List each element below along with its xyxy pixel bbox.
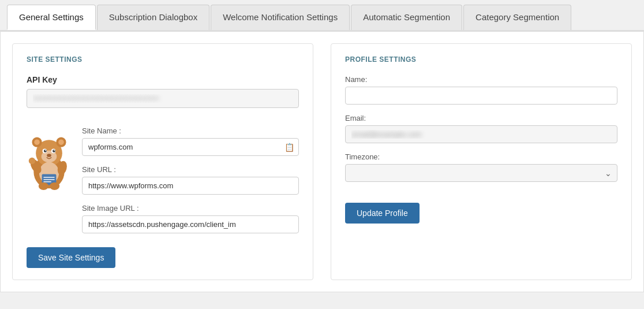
svg-point-3 <box>34 139 40 145</box>
main-content: SITE SETTINGS API Key <box>0 31 644 292</box>
svg-point-23 <box>50 183 59 190</box>
site-image-group: Site Image URL : <box>82 204 299 233</box>
site-name-input-wrapper: 📋 <box>82 138 299 156</box>
email-group: Email: <box>345 114 617 143</box>
svg-point-11 <box>45 150 46 151</box>
site-url-label: Site URL : <box>82 165 299 174</box>
svg-point-13 <box>47 154 51 157</box>
name-group: Name: <box>345 75 617 105</box>
timezone-label: Timezone: <box>345 152 617 161</box>
site-url-group: Site URL : <box>82 165 299 195</box>
tab-bar: General Settings Subscription Dialogbox … <box>0 0 644 31</box>
tab-general-settings[interactable]: General Settings <box>7 5 96 30</box>
tab-automatic-segmention[interactable]: Automatic Segmention <box>351 5 462 30</box>
copy-icon: 📋 <box>284 143 294 152</box>
site-url-input[interactable] <box>82 177 299 195</box>
site-image-input[interactable] <box>82 215 299 233</box>
mascot-image <box>27 132 73 192</box>
site-name-input[interactable] <box>82 138 299 156</box>
timezone-group: Timezone: ⌄ <box>345 152 617 182</box>
svg-point-12 <box>54 150 55 151</box>
site-form-fields: Site Name : 📋 Site URL : Site Image URL … <box>82 126 299 243</box>
api-key-group: API Key <box>27 75 299 117</box>
svg-point-22 <box>39 183 48 190</box>
profile-settings-panel: PROFILE SETTINGS Name: Email: Timezone: … <box>331 43 632 280</box>
timezone-select-wrapper: ⌄ <box>345 164 617 182</box>
api-key-label: API Key <box>27 75 299 84</box>
site-settings-body: Site Name : 📋 Site URL : Site Image URL … <box>27 126 299 243</box>
profile-settings-title: PROFILE SETTINGS <box>345 55 617 64</box>
svg-point-5 <box>58 139 64 145</box>
site-settings-panel: SITE SETTINGS API Key <box>12 43 313 280</box>
site-settings-title: SITE SETTINGS <box>27 55 299 64</box>
tab-category-segmention[interactable]: Category Segmention <box>463 5 571 30</box>
tab-subscription-dialogbox[interactable]: Subscription Dialogbox <box>97 5 209 30</box>
site-name-group: Site Name : 📋 <box>82 126 299 156</box>
timezone-select[interactable] <box>345 164 617 182</box>
email-input[interactable] <box>345 125 617 143</box>
save-site-settings-button[interactable]: Save Site Settings <box>27 247 115 268</box>
update-profile-button[interactable]: Update Profile <box>345 203 420 224</box>
name-label: Name: <box>345 75 617 84</box>
site-name-label: Site Name : <box>82 126 299 135</box>
tab-welcome-notification[interactable]: Welcome Notification Settings <box>211 5 350 30</box>
name-input[interactable] <box>345 87 617 105</box>
site-image-label: Site Image URL : <box>82 204 299 213</box>
svg-point-21 <box>29 158 35 164</box>
email-label: Email: <box>345 114 617 122</box>
api-key-input[interactable] <box>27 89 299 108</box>
